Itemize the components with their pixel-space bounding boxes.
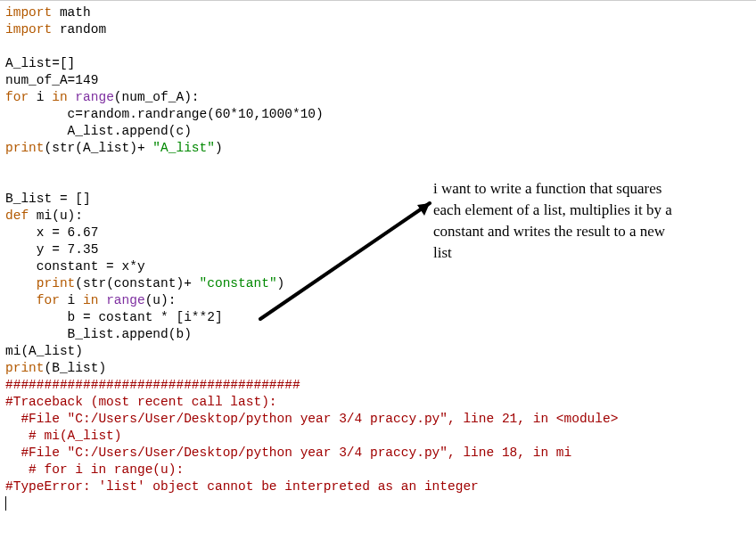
kw-import: import (5, 5, 52, 20)
comment-hashes: ###################################### (5, 378, 300, 392)
kw-in: in (83, 293, 98, 307)
kw-print: print (37, 276, 76, 290)
code-text: num_of_A=149 (5, 73, 98, 87)
code-text (5, 276, 37, 290)
text-cursor (5, 496, 6, 511)
code-editor[interactable]: import math import random A_list=[] num_… (0, 0, 756, 556)
kw-in: in (52, 90, 67, 104)
code-text: ) (215, 141, 223, 155)
code-text: y = 7.35 (5, 242, 98, 257)
code-text: (str(constant)+ (75, 276, 199, 290)
code-text: (B_list) (45, 361, 107, 375)
traceback-line: # mi(A_list) (5, 429, 122, 443)
code-text: ) (277, 276, 285, 290)
code-text: B_list = [] (5, 192, 91, 206)
code-text: constant = x*y (5, 259, 145, 274)
traceback-line: #File "C:/Users/User/Desktop/python year… (5, 412, 618, 426)
traceback-line: # for i in range(u): (5, 462, 184, 477)
code-text: A_list.append(c) (5, 124, 192, 138)
code-text: c=random.randrange(60*10,1000*10) (5, 107, 324, 121)
kw-print: print (5, 361, 45, 375)
code-text: mi(u): (29, 208, 83, 223)
kw-range: range (75, 90, 114, 104)
code-text: A_list=[] (5, 56, 75, 70)
code-text: random (52, 22, 106, 37)
code-text (98, 293, 106, 307)
kw-range: range (106, 293, 145, 307)
code-text: i (29, 90, 52, 104)
code-text: b = costant * [i**2] (5, 310, 223, 324)
traceback-line: #Traceback (most recent call last): (5, 395, 277, 409)
annotation-text: i want to write a function that squares … (433, 178, 683, 264)
kw-print: print (5, 141, 45, 155)
traceback-line: #TypeError: 'list' object cannot be inte… (5, 479, 479, 494)
str-literal: "constant" (200, 276, 277, 290)
traceback-line: #File "C:/Users/User/Desktop/python year… (5, 446, 571, 460)
code-text: math (52, 5, 91, 20)
kw-for: for (5, 90, 29, 104)
kw-def: def (5, 208, 29, 223)
code-text: i (60, 293, 83, 307)
code-text: mi(A_list) (5, 344, 83, 358)
kw-import: import (5, 22, 52, 37)
code-text: (u): (145, 293, 177, 307)
code-text: (str(A_list)+ (45, 141, 153, 155)
code-text: B_list.append(b) (5, 327, 192, 341)
code-text: (num_of_A): (114, 90, 200, 104)
code-text (5, 293, 37, 307)
kw-for: for (37, 293, 60, 307)
code-text: x = 6.67 (5, 225, 98, 240)
str-literal: "A_list" (152, 141, 215, 155)
